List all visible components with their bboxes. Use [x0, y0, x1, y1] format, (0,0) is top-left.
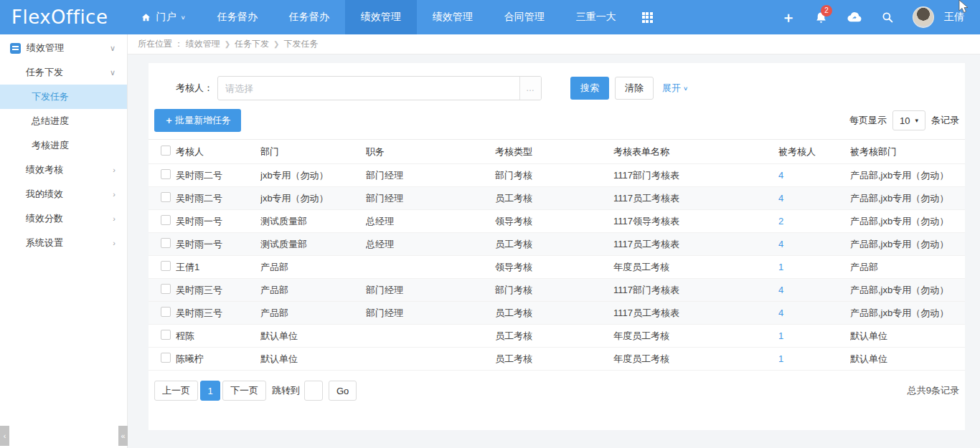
assessor-input[interactable] [218, 77, 519, 100]
select-all-checkbox[interactable] [161, 146, 171, 156]
row-checkbox[interactable] [161, 261, 171, 271]
row-checkbox[interactable] [161, 307, 171, 317]
table-row: 吴时雨一号测试质量部总经理员工考核1117员工考核表4产品部,jxb专用（勿动） [149, 233, 965, 256]
chevron-right-icon: › [113, 239, 116, 247]
go-button[interactable]: Go [329, 381, 357, 401]
avatar[interactable] [913, 6, 934, 28]
chevron-down-icon: ∨ [110, 68, 116, 77]
assessee-count-link[interactable]: 1 [778, 330, 850, 341]
assessee-count-link[interactable]: 4 [778, 308, 850, 318]
row-checkbox[interactable] [161, 353, 171, 363]
table-row: 吴时雨二号jxb专用（勿动）部门经理部门考核1117部门考核表4产品部,jxb专… [149, 164, 965, 187]
table-cell: 产品部,jxb专用（勿动） [850, 192, 965, 205]
add-icon[interactable]: ＋ [781, 10, 796, 24]
table-cell: 年度员工考核 [613, 330, 778, 343]
assessee-count-link[interactable]: 4 [778, 193, 850, 204]
collapse-left-icon: ‹ [4, 432, 6, 440]
breadcrumb-item[interactable]: 绩效管理 [186, 38, 220, 50]
row-checkbox[interactable] [161, 192, 171, 202]
sidebar-item-task-dispatch[interactable]: 任务下发 ∨ [0, 60, 127, 85]
sidebar-item-summary-progress[interactable]: 总结进度 [0, 109, 127, 133]
sidebar-item-performance-mgmt[interactable]: 绩效管理 ∨ [0, 36, 127, 60]
assessee-count-link[interactable]: 4 [778, 239, 850, 249]
sidebar-item-label: 绩效分数 [26, 212, 63, 225]
current-page-button[interactable]: 1 [200, 381, 220, 401]
col-assessment-type: 考核类型 [495, 146, 613, 158]
nav-item-label: 任务督办 [289, 11, 329, 24]
nav-item-performance-active[interactable]: 绩效管理 [345, 0, 417, 34]
assessee-count-link[interactable]: 1 [778, 262, 850, 272]
search-button[interactable]: 搜索 [570, 77, 609, 100]
nav-item-portal[interactable]: 门户 ∨ [125, 0, 201, 34]
next-page-button[interactable]: 下一页 [222, 381, 266, 401]
jump-label: 跳转到 [272, 384, 300, 397]
table-cell: 产品部,jxb专用（勿动） [850, 238, 965, 251]
assessee-count-link[interactable]: 4 [778, 170, 850, 181]
table-cell: 部门经理 [366, 284, 495, 297]
nav-item-task-supervise-2[interactable]: 任务督办 [273, 0, 345, 34]
table-cell: 年度员工考核 [613, 261, 778, 274]
row-checkbox[interactable] [161, 215, 171, 225]
sidebar-item-dispatch-task[interactable]: 下发任务 [0, 85, 127, 109]
total-records: 总共9条记录 [908, 384, 959, 397]
assessee-count-link[interactable]: 2 [778, 216, 850, 227]
sidebar-item-system-settings[interactable]: 系统设置 › [0, 231, 127, 255]
tasks-table: 考核人 部门 职务 考核类型 考核表单名称 被考核人 被考核部门 吴时雨二号jx… [149, 139, 965, 371]
per-page-select[interactable]: 10 ▾ [892, 110, 925, 130]
row-checkbox[interactable] [161, 238, 171, 248]
app-logo: FlexOffice [0, 6, 125, 28]
sidebar-item-my-performance[interactable]: 我的绩效 › [0, 182, 127, 206]
table-cell: 测试质量部 [260, 215, 366, 228]
nav-item-label: 三重一大 [576, 11, 616, 24]
sidebar-item-performance-assessment[interactable]: 绩效考核 › [0, 158, 127, 182]
nav-item-performance-2[interactable]: 绩效管理 [417, 0, 489, 34]
breadcrumb-item[interactable]: 任务下发 [235, 38, 269, 50]
notifications-bell-icon[interactable]: 2 [814, 11, 828, 24]
table-cell: 吴时雨三号 [176, 307, 260, 320]
assessee-count-link[interactable]: 4 [778, 285, 850, 295]
row-checkbox[interactable] [161, 330, 171, 340]
row-checkbox[interactable] [161, 284, 171, 294]
table-cell: 默认单位 [260, 353, 366, 366]
table-cell: 产品部 [260, 261, 366, 274]
sidebar-item-performance-score[interactable]: 绩效分数 › [0, 206, 127, 231]
window-collapse-handle[interactable]: ‹ [0, 426, 9, 446]
row-checkbox[interactable] [161, 169, 171, 179]
table-cell: 员工考核 [495, 353, 613, 366]
table-cell: 吴时雨二号 [176, 192, 260, 205]
table-cell: 员工考核 [495, 307, 613, 320]
select-caret-icon: ▾ [915, 117, 918, 124]
prev-page-button[interactable]: 上一页 [154, 381, 198, 401]
breadcrumb: 所在位置 ： 绩效管理 ❯ 任务下发 ❯ 下发任务 [128, 34, 980, 54]
nav-item-contract[interactable]: 合同管理 [489, 0, 560, 34]
table-cell: 产品部,jxb专用（勿动） [850, 284, 965, 297]
search-icon[interactable] [881, 11, 894, 24]
assessee-count-link[interactable]: 1 [778, 353, 850, 364]
collapse-double-icon: « [121, 432, 125, 440]
table-cell: 产品部 [260, 284, 366, 297]
table-body: 吴时雨二号jxb专用（勿动）部门经理部门考核1117部门考核表4产品部,jxb专… [149, 164, 965, 371]
table-cell: 吴时雨一号 [176, 215, 260, 228]
clear-button[interactable]: 清除 [615, 77, 654, 100]
table-cell: 1117部门考核表 [613, 284, 778, 297]
breadcrumb-separator-icon: ❯ [273, 40, 279, 48]
app-grid-icon[interactable] [632, 12, 663, 23]
table-cell: 默认单位 [850, 330, 965, 343]
nav-item-task-supervise-1[interactable]: 任务督办 [202, 0, 273, 34]
nav-item-label: 绩效管理 [361, 11, 401, 24]
chevron-down-icon: ∨ [110, 44, 116, 53]
breadcrumb-item[interactable]: 下发任务 [283, 38, 318, 50]
batch-add-task-button[interactable]: ＋ 批量新增任务 [154, 109, 241, 132]
col-assessee-count: 被考核人 [778, 146, 850, 158]
nav-item-three-major[interactable]: 三重一大 [560, 0, 632, 34]
jump-page-input[interactable] [304, 381, 323, 401]
content-area: 考核人： … 搜索 清除 展开 ∨ ＋ 批量新增任务 每页显示 10 ▾ [128, 54, 980, 448]
table-cell: 产品部 [260, 307, 366, 320]
picker-more-button[interactable]: … [519, 77, 541, 100]
expand-link[interactable]: 展开 ∨ [662, 82, 688, 95]
sidebar-item-assessment-progress[interactable]: 考核进度 [0, 133, 127, 158]
sidebar-collapse-handle[interactable]: « [118, 426, 128, 446]
sync-cloud-icon[interactable] [847, 11, 862, 24]
col-position: 职务 [366, 146, 495, 158]
per-page-value: 10 [900, 115, 910, 126]
